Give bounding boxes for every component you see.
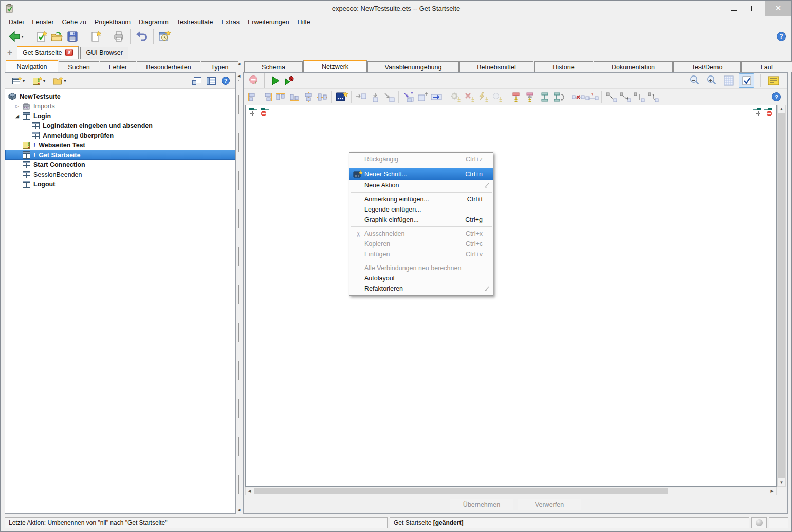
pin-spacing-button[interactable]	[538, 91, 551, 103]
line-arrow-button[interactable]	[618, 91, 632, 103]
tree-item-anmeldung[interactable]: Anmeldung überprüfen	[5, 130, 235, 140]
move-step-in-button[interactable]	[354, 91, 368, 103]
close-button[interactable]: ✕	[765, 1, 791, 16]
menu-extras[interactable]: Extras	[217, 17, 244, 27]
add-output-pin-button[interactable]	[524, 91, 538, 103]
move-step-down-button[interactable]	[368, 91, 382, 103]
menu-projektbaum[interactable]: Projektbaum	[90, 17, 135, 27]
snap-toggle-button[interactable]	[739, 73, 754, 88]
undo-button[interactable]	[134, 29, 150, 44]
tab-netzwerk[interactable]: Netzwerk	[303, 60, 367, 72]
tab-schema[interactable]: Schema	[244, 61, 303, 72]
tab-dokumentation[interactable]: Dokumentation	[594, 61, 673, 72]
menu-item-autolayout[interactable]: Autolayout	[349, 273, 493, 283]
tab-navigation[interactable]: Navigation	[6, 60, 58, 72]
tree-item-login[interactable]: ◢ Login	[5, 111, 235, 121]
tree-item-sessionbeenden[interactable]: SessionBeenden	[5, 169, 235, 179]
add-input-pin-button[interactable]	[510, 91, 524, 103]
horizontal-scrollbar[interactable]: ◀ ▶	[245, 487, 777, 495]
tree-item-imports[interactable]: ▷ Imports	[5, 101, 235, 111]
float-view-icon[interactable]	[192, 77, 202, 85]
inline-step-button[interactable]	[429, 91, 443, 103]
align-bottom-button[interactable]	[287, 91, 301, 103]
tab-test-demo[interactable]: Test/Demo	[673, 61, 741, 72]
tab-lauf[interactable]: Lauf	[741, 61, 792, 72]
split-view-icon[interactable]	[207, 77, 216, 85]
zoom-in-button[interactable]	[705, 74, 719, 87]
scroll-right-icon[interactable]: ▶	[768, 487, 776, 495]
remove-connection-button[interactable]	[571, 91, 585, 103]
delete-insert-button[interactable]	[463, 91, 476, 103]
tab-get-startseite[interactable]: Get Startseite ✗	[17, 46, 79, 59]
tab-historie[interactable]: Historie	[534, 61, 593, 72]
scroll-left-icon[interactable]: ◀	[246, 487, 253, 495]
menu-item-legende-einfuegen[interactable]: Legende einfügen...	[349, 204, 493, 215]
menu-fenster[interactable]: Fenster	[28, 17, 58, 27]
gear-insert-button[interactable]	[449, 91, 463, 103]
new-folder-menu-button[interactable]: ▾	[49, 73, 70, 88]
move-step-out-button[interactable]	[382, 91, 396, 103]
check-connection-button[interactable]: ?	[585, 91, 599, 103]
menu-item-verbindungen-neu-berechnen[interactable]: Alle Verbindungen neu berechnen	[349, 263, 493, 273]
pin-refresh-button[interactable]	[551, 91, 565, 103]
new-tab-button[interactable]	[88, 29, 103, 44]
line-straight-button[interactable]	[604, 91, 618, 103]
align-center-h-button[interactable]	[301, 91, 315, 103]
menu-item-neue-aktion[interactable]: Neue Aktion	[349, 180, 493, 191]
menu-item-kopieren[interactable]: KopierenCtrl+c	[349, 239, 493, 249]
menu-item-refaktorieren[interactable]: Refaktorieren	[349, 283, 493, 294]
zoom-out-button[interactable]	[688, 74, 702, 87]
menu-diagramm[interactable]: Diagramm	[135, 17, 173, 27]
menu-item-anmerkung-einfuegen[interactable]: Anmerkung einfügen...Ctrl+t	[349, 194, 493, 204]
apply-button[interactable]: Übernehmen	[450, 499, 513, 510]
panel-splitter[interactable]: ◄ ◄ ◄	[236, 60, 242, 514]
reload-window-button[interactable]	[157, 29, 173, 44]
tab-gui-browser[interactable]: GUI Browser	[80, 47, 128, 59]
menu-item-ausschneiden[interactable]: ✂ AusschneidenCtrl+x	[349, 229, 493, 239]
tab-suchen[interactable]: Suchen	[59, 61, 99, 72]
menu-hilfe[interactable]: Hilfe	[293, 17, 315, 27]
tree-item-webseiten-test[interactable]: !Webseiten Test	[5, 140, 235, 150]
insert-step-button[interactable]	[335, 91, 348, 103]
scroll-thumb[interactable]	[254, 488, 668, 494]
tab-typen[interactable]: Typen	[201, 61, 238, 72]
help-button[interactable]: ?	[771, 92, 781, 102]
scroll-down-icon[interactable]: ▼	[778, 479, 785, 486]
menu-item-rueckgaengig[interactable]: RückgängigCtrl+z	[349, 154, 493, 164]
menu-erweiterungen[interactable]: Erweiterungen	[244, 17, 293, 27]
align-right-button[interactable]	[260, 91, 273, 103]
tree-item-start-connection[interactable]: Start Connection	[5, 160, 235, 169]
tab-betriebsmittel[interactable]: Betriebsmittel	[459, 61, 533, 72]
tab-variablenumgebung[interactable]: Variablenumgebung	[367, 61, 459, 72]
line-ortho-button[interactable]	[632, 91, 646, 103]
tree-item-logindaten[interactable]: Logindaten eingeben und absenden	[5, 121, 235, 130]
maximize-button[interactable]	[744, 1, 765, 16]
align-top-button[interactable]	[273, 91, 287, 103]
collapse-left-icon[interactable]: ◄	[237, 508, 241, 512]
bubble-insert-button[interactable]	[490, 91, 504, 103]
copy-step-add-button[interactable]	[401, 91, 415, 103]
legend-button[interactable]	[766, 74, 780, 87]
new-diagram-menu-button[interactable]: ▾	[8, 73, 29, 88]
scroll-up-icon[interactable]: ▲	[778, 105, 785, 113]
align-center-v-button[interactable]	[315, 91, 329, 103]
back-button[interactable]: ▾	[6, 29, 26, 44]
tree-item-get-startseite[interactable]: !Get Startseite	[5, 150, 235, 160]
suppress-exec-button[interactable]	[247, 74, 261, 87]
line-rounded-button[interactable]	[646, 91, 660, 103]
print-button[interactable]	[111, 29, 126, 44]
menu-item-graphik-einfuegen[interactable]: Graphik einfügen...Ctrl+g	[349, 215, 493, 225]
grid-toggle-button[interactable]	[722, 74, 735, 87]
collapse-left-icon[interactable]: ◄	[237, 74, 241, 79]
scroll-thumb[interactable]	[778, 113, 785, 478]
tab-besonderheiten[interactable]: Besonderheiten	[137, 61, 200, 72]
debug-run-button[interactable]	[282, 74, 296, 87]
new-check-item-button[interactable]	[34, 29, 49, 44]
minimize-button[interactable]	[724, 1, 744, 16]
expander-collapsed-icon[interactable]: ▷	[15, 104, 23, 109]
add-step-button[interactable]	[415, 91, 429, 103]
vertical-scrollbar[interactable]: ▲ ▼	[777, 105, 786, 487]
menu-datei[interactable]: Datei	[5, 17, 28, 27]
network-canvas[interactable]	[245, 105, 777, 487]
run-button[interactable]	[268, 74, 282, 87]
